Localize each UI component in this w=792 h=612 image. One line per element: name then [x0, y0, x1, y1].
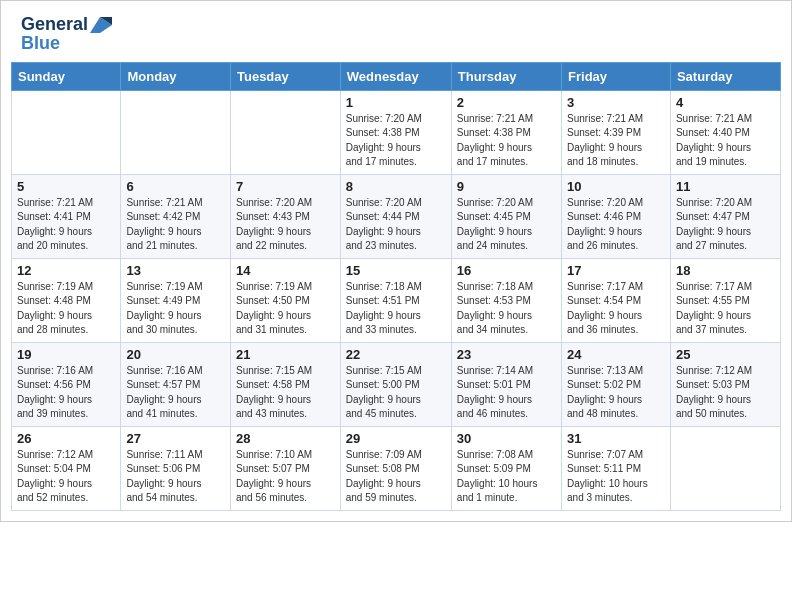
day-info: Sunrise: 7:21 AM Sunset: 4:42 PM Dayligh…: [126, 196, 225, 254]
week-row-5: 26Sunrise: 7:12 AM Sunset: 5:04 PM Dayli…: [12, 426, 781, 510]
day-cell: 19Sunrise: 7:16 AM Sunset: 4:56 PM Dayli…: [12, 342, 121, 426]
day-info: Sunrise: 7:10 AM Sunset: 5:07 PM Dayligh…: [236, 448, 335, 506]
weekday-header-thursday: Thursday: [451, 62, 561, 90]
day-cell: 10Sunrise: 7:20 AM Sunset: 4:46 PM Dayli…: [562, 174, 671, 258]
day-cell: 2Sunrise: 7:21 AM Sunset: 4:38 PM Daylig…: [451, 90, 561, 174]
day-number: 7: [236, 179, 335, 194]
week-row-1: 1Sunrise: 7:20 AM Sunset: 4:38 PM Daylig…: [12, 90, 781, 174]
weekday-header-tuesday: Tuesday: [230, 62, 340, 90]
day-number: 11: [676, 179, 775, 194]
day-info: Sunrise: 7:20 AM Sunset: 4:44 PM Dayligh…: [346, 196, 446, 254]
day-info: Sunrise: 7:18 AM Sunset: 4:51 PM Dayligh…: [346, 280, 446, 338]
day-cell: 23Sunrise: 7:14 AM Sunset: 5:01 PM Dayli…: [451, 342, 561, 426]
day-info: Sunrise: 7:08 AM Sunset: 5:09 PM Dayligh…: [457, 448, 556, 506]
day-cell: [121, 90, 231, 174]
day-number: 25: [676, 347, 775, 362]
day-info: Sunrise: 7:16 AM Sunset: 4:57 PM Dayligh…: [126, 364, 225, 422]
day-cell: 24Sunrise: 7:13 AM Sunset: 5:02 PM Dayli…: [562, 342, 671, 426]
day-cell: 4Sunrise: 7:21 AM Sunset: 4:40 PM Daylig…: [670, 90, 780, 174]
calendar-table: SundayMondayTuesdayWednesdayThursdayFrid…: [11, 62, 781, 511]
day-number: 9: [457, 179, 556, 194]
day-number: 4: [676, 95, 775, 110]
day-cell: 9Sunrise: 7:20 AM Sunset: 4:45 PM Daylig…: [451, 174, 561, 258]
day-number: 27: [126, 431, 225, 446]
day-info: Sunrise: 7:16 AM Sunset: 4:56 PM Dayligh…: [17, 364, 115, 422]
day-cell: 18Sunrise: 7:17 AM Sunset: 4:55 PM Dayli…: [670, 258, 780, 342]
day-info: Sunrise: 7:20 AM Sunset: 4:45 PM Dayligh…: [457, 196, 556, 254]
day-info: Sunrise: 7:12 AM Sunset: 5:04 PM Dayligh…: [17, 448, 115, 506]
logo-blue: Blue: [21, 33, 60, 54]
day-cell: 29Sunrise: 7:09 AM Sunset: 5:08 PM Dayli…: [340, 426, 451, 510]
weekday-header-row: SundayMondayTuesdayWednesdayThursdayFrid…: [12, 62, 781, 90]
day-info: Sunrise: 7:20 AM Sunset: 4:38 PM Dayligh…: [346, 112, 446, 170]
page: General Blue SundayMondayTuesdayWednesda…: [0, 0, 792, 522]
day-info: Sunrise: 7:21 AM Sunset: 4:40 PM Dayligh…: [676, 112, 775, 170]
day-number: 1: [346, 95, 446, 110]
day-cell: 16Sunrise: 7:18 AM Sunset: 4:53 PM Dayli…: [451, 258, 561, 342]
day-number: 8: [346, 179, 446, 194]
day-info: Sunrise: 7:19 AM Sunset: 4:48 PM Dayligh…: [17, 280, 115, 338]
day-number: 13: [126, 263, 225, 278]
day-number: 23: [457, 347, 556, 362]
day-number: 26: [17, 431, 115, 446]
day-number: 3: [567, 95, 665, 110]
day-number: 10: [567, 179, 665, 194]
day-cell: [670, 426, 780, 510]
day-number: 19: [17, 347, 115, 362]
day-cell: 25Sunrise: 7:12 AM Sunset: 5:03 PM Dayli…: [670, 342, 780, 426]
day-cell: 22Sunrise: 7:15 AM Sunset: 5:00 PM Dayli…: [340, 342, 451, 426]
day-info: Sunrise: 7:20 AM Sunset: 4:43 PM Dayligh…: [236, 196, 335, 254]
day-number: 20: [126, 347, 225, 362]
day-cell: 21Sunrise: 7:15 AM Sunset: 4:58 PM Dayli…: [230, 342, 340, 426]
day-number: 30: [457, 431, 556, 446]
day-info: Sunrise: 7:07 AM Sunset: 5:11 PM Dayligh…: [567, 448, 665, 506]
day-info: Sunrise: 7:21 AM Sunset: 4:41 PM Dayligh…: [17, 196, 115, 254]
day-number: 5: [17, 179, 115, 194]
day-cell: 17Sunrise: 7:17 AM Sunset: 4:54 PM Dayli…: [562, 258, 671, 342]
day-number: 15: [346, 263, 446, 278]
day-cell: [230, 90, 340, 174]
calendar-wrapper: SundayMondayTuesdayWednesdayThursdayFrid…: [1, 62, 791, 521]
day-info: Sunrise: 7:14 AM Sunset: 5:01 PM Dayligh…: [457, 364, 556, 422]
day-info: Sunrise: 7:21 AM Sunset: 4:38 PM Dayligh…: [457, 112, 556, 170]
day-cell: 26Sunrise: 7:12 AM Sunset: 5:04 PM Dayli…: [12, 426, 121, 510]
day-cell: 27Sunrise: 7:11 AM Sunset: 5:06 PM Dayli…: [121, 426, 231, 510]
day-cell: 7Sunrise: 7:20 AM Sunset: 4:43 PM Daylig…: [230, 174, 340, 258]
day-info: Sunrise: 7:09 AM Sunset: 5:08 PM Dayligh…: [346, 448, 446, 506]
week-row-2: 5Sunrise: 7:21 AM Sunset: 4:41 PM Daylig…: [12, 174, 781, 258]
day-number: 17: [567, 263, 665, 278]
day-info: Sunrise: 7:12 AM Sunset: 5:03 PM Dayligh…: [676, 364, 775, 422]
day-cell: [12, 90, 121, 174]
day-cell: 30Sunrise: 7:08 AM Sunset: 5:09 PM Dayli…: [451, 426, 561, 510]
day-number: 28: [236, 431, 335, 446]
weekday-header-monday: Monday: [121, 62, 231, 90]
week-row-4: 19Sunrise: 7:16 AM Sunset: 4:56 PM Dayli…: [12, 342, 781, 426]
day-info: Sunrise: 7:20 AM Sunset: 4:46 PM Dayligh…: [567, 196, 665, 254]
day-number: 29: [346, 431, 446, 446]
day-cell: 31Sunrise: 7:07 AM Sunset: 5:11 PM Dayli…: [562, 426, 671, 510]
day-cell: 6Sunrise: 7:21 AM Sunset: 4:42 PM Daylig…: [121, 174, 231, 258]
day-info: Sunrise: 7:11 AM Sunset: 5:06 PM Dayligh…: [126, 448, 225, 506]
day-cell: 15Sunrise: 7:18 AM Sunset: 4:51 PM Dayli…: [340, 258, 451, 342]
day-cell: 5Sunrise: 7:21 AM Sunset: 4:41 PM Daylig…: [12, 174, 121, 258]
day-number: 24: [567, 347, 665, 362]
day-info: Sunrise: 7:21 AM Sunset: 4:39 PM Dayligh…: [567, 112, 665, 170]
header: General Blue: [1, 1, 791, 62]
day-cell: 14Sunrise: 7:19 AM Sunset: 4:50 PM Dayli…: [230, 258, 340, 342]
week-row-3: 12Sunrise: 7:19 AM Sunset: 4:48 PM Dayli…: [12, 258, 781, 342]
day-number: 16: [457, 263, 556, 278]
day-number: 14: [236, 263, 335, 278]
day-number: 18: [676, 263, 775, 278]
weekday-header-friday: Friday: [562, 62, 671, 90]
logo: General Blue: [21, 15, 112, 54]
day-info: Sunrise: 7:15 AM Sunset: 4:58 PM Dayligh…: [236, 364, 335, 422]
day-number: 6: [126, 179, 225, 194]
weekday-header-saturday: Saturday: [670, 62, 780, 90]
day-cell: 11Sunrise: 7:20 AM Sunset: 4:47 PM Dayli…: [670, 174, 780, 258]
day-cell: 8Sunrise: 7:20 AM Sunset: 4:44 PM Daylig…: [340, 174, 451, 258]
day-info: Sunrise: 7:19 AM Sunset: 4:49 PM Dayligh…: [126, 280, 225, 338]
day-cell: 1Sunrise: 7:20 AM Sunset: 4:38 PM Daylig…: [340, 90, 451, 174]
logo-general: General: [21, 14, 88, 34]
weekday-header-wednesday: Wednesday: [340, 62, 451, 90]
day-cell: 20Sunrise: 7:16 AM Sunset: 4:57 PM Dayli…: [121, 342, 231, 426]
